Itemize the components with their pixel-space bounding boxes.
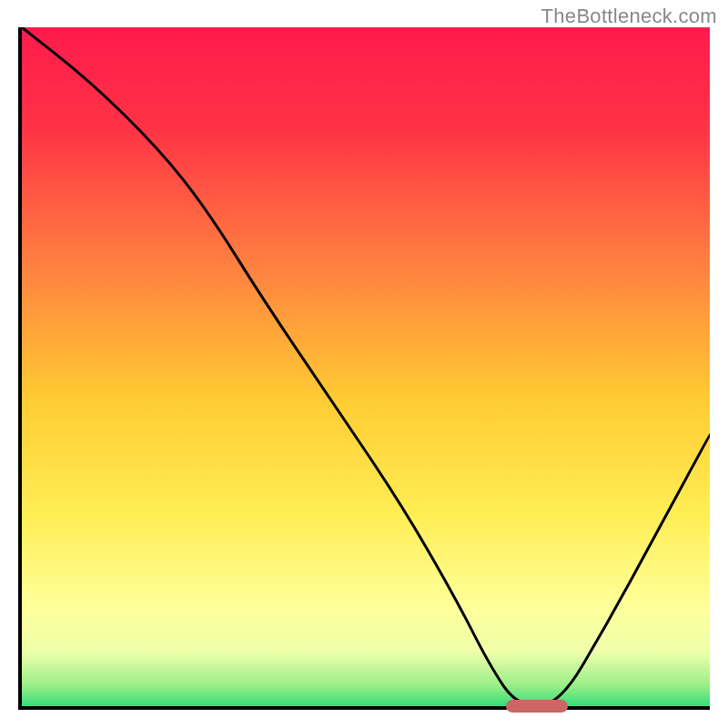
bottleneck-curve — [22, 27, 710, 706]
plot-area — [18, 27, 710, 710]
optimal-marker — [506, 700, 568, 713]
watermark-text: TheBottleneck.com — [541, 5, 717, 28]
